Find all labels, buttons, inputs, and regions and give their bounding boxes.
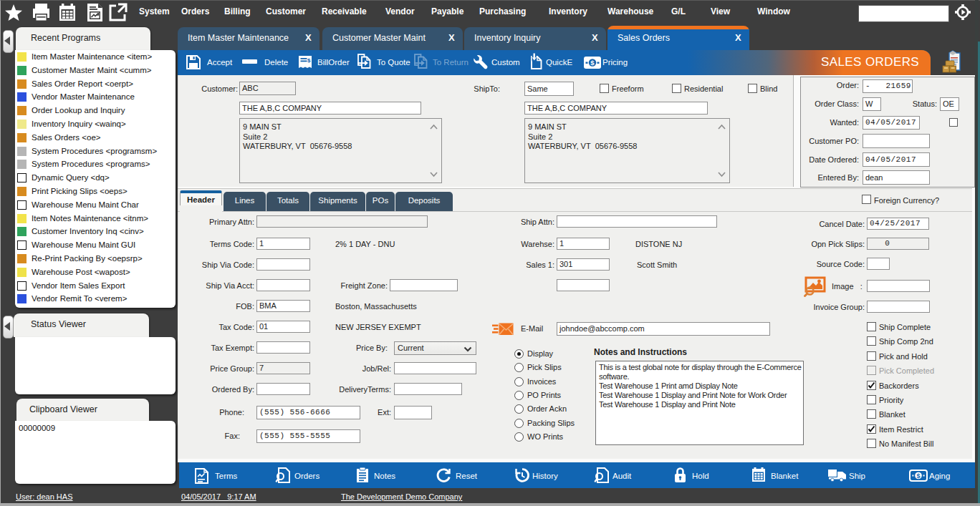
svg-text:$: $ — [307, 57, 311, 64]
svg-text:$: $ — [916, 472, 920, 480]
svg-text:$: $ — [590, 59, 595, 67]
